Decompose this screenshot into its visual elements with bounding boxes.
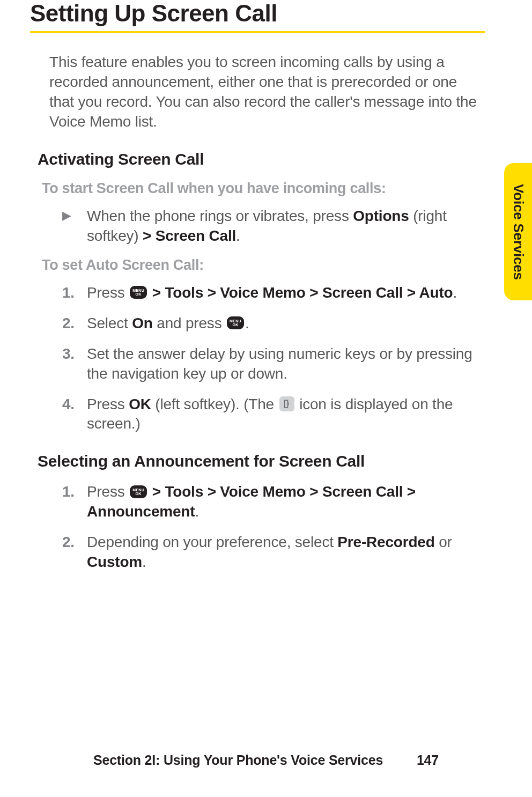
step-text: Depending on your preference, select Pre… (87, 533, 485, 572)
step-number: 3. (62, 344, 87, 364)
step-number: 2. (62, 533, 87, 552)
text-fragment: Press (87, 284, 129, 301)
phone-sound-icon (279, 396, 294, 411)
step-list-1: 1. Press MENUOK > Tools > Voice Memo > S… (62, 283, 485, 434)
step-text: Press MENUOK > Tools > Voice Memo > Scre… (87, 482, 485, 522)
footer-section: Section 2I: Using Your Phone's Voice Ser… (93, 752, 383, 768)
text-fragment: Press (87, 483, 129, 500)
step-4: 4. Press OK (left softkey). (The icon is… (62, 395, 485, 434)
page-footer: Section 2I: Using Your Phone's Voice Ser… (0, 752, 532, 768)
text-fragment: Press (87, 396, 129, 412)
step-3: 3. Set the answer delay by using numeric… (62, 344, 485, 384)
step-text: Press OK (left softkey). (The icon is di… (87, 395, 485, 434)
page-title: Setting Up Screen Call (30, 0, 485, 27)
bold-on: On (132, 315, 152, 331)
text-fragment: and press (153, 315, 226, 331)
text-fragment: or (435, 534, 452, 550)
side-tab: Voice Services (504, 163, 532, 300)
intro-paragraph: This feature enables you to screen incom… (49, 53, 485, 132)
text-fragment: . (453, 284, 457, 301)
text-fragment: . (236, 227, 240, 244)
subheading-activating: Activating Screen Call (38, 150, 485, 168)
step-text: Press MENUOK > Tools > Voice Memo > Scre… (87, 283, 485, 303)
step-1b: 1. Press MENUOK > Tools > Voice Memo > S… (62, 482, 485, 522)
text-fragment: . (142, 554, 146, 570)
side-tab-label: Voice Services (510, 184, 527, 280)
text-fragment: . (245, 315, 249, 331)
step-number: 4. (62, 395, 87, 415)
bold-custom: Custom (87, 554, 142, 570)
bold-prerecorded: Pre-Recorded (337, 534, 434, 550)
step-text: Set the answer delay by using numeric ke… (87, 344, 485, 384)
text-fragment: Depending on your preference, select (87, 534, 337, 550)
bullet-text: When the phone rings or vibrates, press … (87, 206, 485, 246)
menu-ok-key-icon: MENUOK (130, 485, 147, 498)
bold-screencall: > Screen Call (143, 227, 236, 244)
menu-key-label: MENUOK (132, 488, 144, 496)
step-number: 1. (62, 482, 87, 502)
text-fragment: . (195, 503, 199, 520)
subheading-selecting: Selecting an Announcement for Screen Cal… (38, 452, 485, 470)
text-fragment: When the phone rings or vibrates, press (87, 208, 353, 224)
bold-ok: OK (129, 396, 151, 412)
step-number: 1. (62, 283, 87, 303)
step-2: 2. Select On and press MENUOK. (62, 314, 485, 334)
text-fragment: (left softkey). (The (151, 396, 278, 412)
bold-options: Options (353, 208, 409, 224)
step-list-2: 1. Press MENUOK > Tools > Voice Memo > S… (62, 482, 485, 572)
bullet-marker-icon: ▶ (62, 206, 87, 225)
bullet-list: ▶ When the phone rings or vibrates, pres… (62, 206, 485, 246)
title-rule (30, 31, 485, 33)
menu-ok-key-icon: MENUOK (130, 286, 147, 299)
menu-key-label: MENUOK (132, 289, 144, 296)
menu-ok-key-icon: MENUOK (227, 316, 244, 329)
page-number: 147 (417, 752, 439, 768)
step-1: 1. Press MENUOK > Tools > Voice Memo > S… (62, 283, 485, 303)
text-fragment: Select (87, 315, 132, 331)
gray-heading-auto: To set Auto Screen Call: (42, 257, 485, 274)
menu-key-label: MENUOK (230, 319, 241, 327)
bullet-item: ▶ When the phone rings or vibrates, pres… (62, 206, 485, 246)
step-number: 2. (62, 314, 87, 334)
gray-heading-start: To start Screen Call when you have incom… (42, 180, 485, 197)
bold-path: > Tools > Voice Memo > Screen Call > Aut… (148, 284, 453, 301)
step-2b: 2. Depending on your preference, select … (62, 533, 485, 572)
step-text: Select On and press MENUOK. (87, 314, 485, 334)
